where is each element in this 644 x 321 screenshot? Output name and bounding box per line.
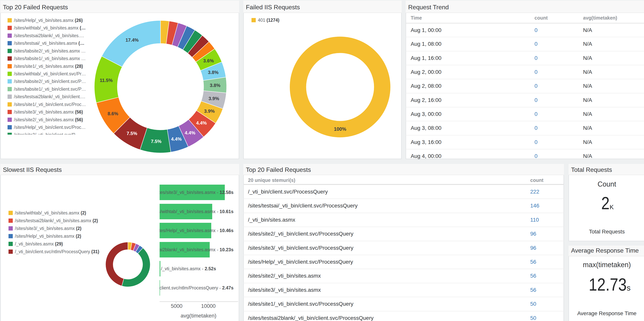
svg-text:7.5%: 7.5% — [151, 139, 162, 144]
svg-text:11.5%: 11.5% — [100, 78, 113, 83]
svg-text:3.8%: 3.8% — [208, 70, 218, 75]
svg-text:3.9%: 3.9% — [208, 96, 219, 101]
svg-text:4.4%: 4.4% — [196, 120, 207, 125]
svg-text:4.4%: 4.4% — [171, 136, 182, 142]
svg-text:4.4%: 4.4% — [185, 130, 196, 135]
svg-text:7.5%: 7.5% — [127, 131, 137, 136]
svg-text:8.6%: 8.6% — [108, 111, 118, 116]
svg-text:3.8%: 3.8% — [210, 83, 220, 88]
svg-text:100%: 100% — [334, 126, 346, 132]
svg-text:3.6%: 3.6% — [203, 58, 214, 63]
svg-text:17.4%: 17.4% — [126, 37, 139, 43]
svg-text:3.9%: 3.9% — [204, 108, 215, 114]
